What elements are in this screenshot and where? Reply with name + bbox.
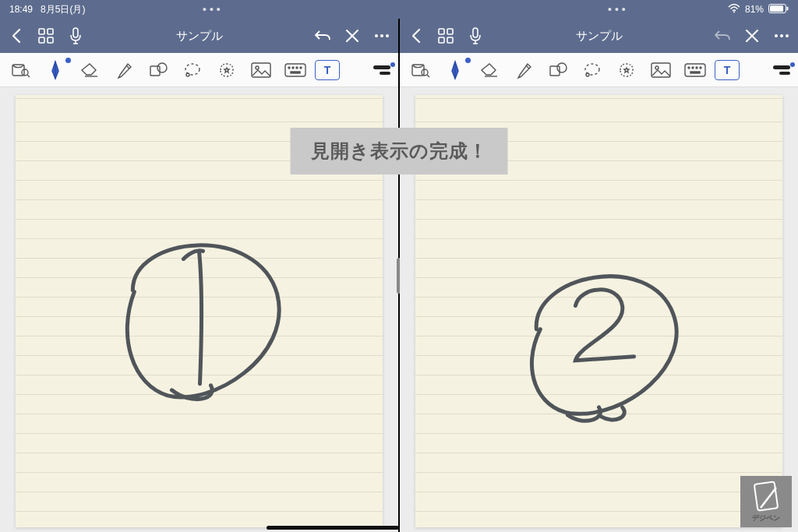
pen-tool[interactable]: [41, 58, 70, 82]
image-tool[interactable]: [646, 58, 676, 82]
svg-rect-26: [439, 29, 444, 34]
eraser-tool[interactable]: [75, 58, 104, 82]
status-right: 81%: [728, 4, 789, 16]
pane-right: サンプル T: [400, 19, 798, 532]
svg-rect-5: [48, 29, 53, 34]
highlighter-tool[interactable]: [109, 58, 139, 82]
shape-tool[interactable]: [143, 58, 173, 82]
pen-tool[interactable]: [440, 58, 470, 82]
svg-rect-27: [447, 29, 453, 34]
svg-rect-18: [252, 63, 270, 77]
lasso-tool[interactable]: [577, 58, 607, 82]
svg-rect-20: [285, 64, 305, 76]
highlighter-tool[interactable]: [509, 58, 538, 82]
multitask-dots-left[interactable]: •••: [203, 3, 224, 16]
mic-icon[interactable]: [67, 27, 84, 44]
svg-point-0: [733, 11, 735, 12]
svg-rect-6: [39, 37, 44, 43]
sticker-tool[interactable]: [612, 58, 641, 82]
multitask-dots-right[interactable]: •••: [608, 3, 629, 16]
svg-point-10: [380, 34, 383, 37]
undo-icon[interactable]: [314, 27, 331, 44]
svg-point-32: [780, 34, 783, 37]
shape-tool[interactable]: [543, 58, 573, 82]
back-icon[interactable]: [408, 27, 425, 44]
svg-point-24: [300, 67, 302, 69]
zoom-tool[interactable]: [406, 58, 436, 82]
close-icon[interactable]: [743, 27, 761, 44]
svg-point-37: [557, 63, 567, 72]
svg-point-31: [775, 34, 778, 37]
overlay-text: 見開き表示の完成！: [311, 140, 488, 161]
lasso-tool[interactable]: [178, 58, 207, 82]
svg-rect-30: [473, 28, 478, 37]
image-tool[interactable]: [246, 58, 276, 82]
svg-rect-48: [754, 481, 778, 510]
svg-point-45: [696, 67, 697, 69]
stroke-indicator[interactable]: [373, 65, 392, 75]
battery-percent: 81%: [745, 4, 764, 15]
more-icon[interactable]: [373, 27, 390, 44]
status-bar: 18:49 8月5日(月) ••• ••• 81%: [0, 0, 798, 19]
sticker-tool[interactable]: [212, 58, 242, 82]
svg-rect-3: [770, 5, 783, 12]
svg-rect-8: [73, 28, 78, 37]
text-tool-label: T: [724, 64, 731, 76]
eraser-tool[interactable]: [475, 58, 504, 82]
text-tool[interactable]: T: [315, 60, 340, 80]
svg-point-33: [786, 34, 789, 37]
undo-icon[interactable]: [714, 27, 731, 44]
svg-rect-2: [787, 6, 789, 10]
watermark-label: デジペン: [752, 513, 780, 523]
keyboard-tool[interactable]: [680, 58, 710, 82]
status-time: 18:49: [9, 4, 33, 15]
text-tool-label: T: [324, 64, 331, 76]
svg-point-46: [700, 67, 701, 69]
more-icon[interactable]: [773, 27, 790, 44]
svg-rect-7: [48, 37, 53, 43]
nav-bar-right: サンプル: [400, 19, 798, 53]
svg-rect-4: [39, 29, 44, 34]
svg-rect-25: [291, 72, 300, 73]
battery-icon: [768, 4, 789, 16]
stroke-color-dot: [390, 62, 395, 67]
watermark: デジペン: [740, 476, 792, 527]
zoom-tool[interactable]: [6, 58, 36, 82]
bluetooth-indicator-icon: [465, 58, 471, 63]
svg-rect-28: [439, 37, 444, 43]
keyboard-tool[interactable]: [281, 58, 310, 82]
tablet-pen-icon: [750, 480, 782, 513]
svg-point-35: [422, 69, 428, 76]
svg-point-13: [22, 69, 28, 76]
mic-icon[interactable]: [467, 27, 484, 44]
close-icon[interactable]: [344, 27, 361, 44]
thumbnails-icon[interactable]: [437, 27, 454, 44]
svg-point-39: [586, 73, 589, 76]
back-icon[interactable]: [8, 27, 25, 44]
bluetooth-indicator-icon: [65, 58, 71, 63]
toolbar-left: T: [0, 53, 398, 87]
split-view: サンプル T: [0, 19, 798, 532]
svg-point-21: [288, 67, 290, 69]
svg-point-44: [692, 67, 694, 69]
text-tool[interactable]: T: [715, 60, 740, 80]
svg-point-15: [157, 63, 167, 72]
svg-rect-47: [690, 72, 700, 73]
stroke-color-dot: [790, 62, 795, 67]
overlay-banner: 見開き表示の完成！: [291, 128, 508, 174]
thumbnails-icon[interactable]: [37, 27, 55, 44]
nav-bar-left: サンプル: [0, 19, 398, 53]
home-indicator[interactable]: [267, 526, 399, 530]
svg-point-23: [296, 67, 298, 69]
svg-rect-40: [651, 63, 670, 77]
stroke-indicator[interactable]: [773, 65, 792, 75]
svg-rect-42: [685, 64, 705, 76]
svg-point-9: [375, 34, 378, 37]
wifi-icon: [728, 4, 740, 16]
svg-line-49: [761, 488, 776, 508]
svg-rect-29: [447, 37, 453, 43]
svg-point-17: [186, 73, 189, 76]
status-left: 18:49 8月5日(月): [9, 3, 85, 16]
svg-point-41: [655, 66, 659, 69]
status-date: 8月5日(月): [41, 3, 85, 16]
